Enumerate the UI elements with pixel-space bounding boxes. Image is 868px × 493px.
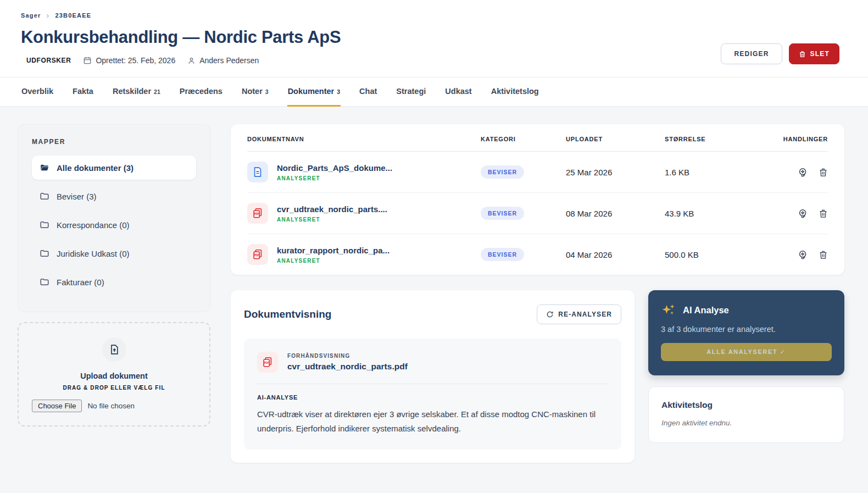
pdf-file-icon: PDF [257,352,278,373]
divider [257,384,608,384]
folder-item-fakturaer[interactable]: Fakturaer (0) [32,270,196,294]
folder-icon [40,191,49,201]
table-row[interactable]: PDF cvr_udtraek_nordic_parts.... ANALYSE… [247,193,828,234]
activity-log-empty: Ingen aktivitet endnu. [661,419,831,427]
analyzed-badge: ANALYSERET [277,175,392,181]
chevron-right-icon: › [47,11,50,20]
table-header-row: DOKUMENTNAVN KATEGORI UPLOADET STØRRELSE… [247,124,828,152]
activity-log-panel: Aktivitetslog Ingen aktivitet endnu. [648,386,844,443]
breadcrumb-root[interactable]: Sager [21,12,41,19]
tab-retskilder[interactable]: Retskilder21 [112,77,161,106]
category-badge: BEVISER [481,165,524,179]
left-sidebar: MAPPER Alle dokumenter (3) Beviser (3) K… [18,124,210,463]
role-badge: UDFORSKER [26,57,71,64]
document-name: Nordic_Parts_ApS_dokume... [277,163,392,173]
file-size: 500.0 KB [665,250,780,259]
sparkles-icon [661,303,676,317]
activity-log-title: Aktivitetslog [661,400,831,410]
folder-icon [40,220,49,230]
folders-title: MAPPER [32,138,196,146]
viewer-title: Dokumentvisning [244,308,331,320]
preview-filename: cvr_udtraek_nordic_parts.pdf [287,362,408,372]
upload-subtitle: DRAG & DROP ELLER VÆLG FIL [32,385,196,391]
uploaded-date: 25 Mar 2026 [566,168,665,177]
svg-text:PDF: PDF [254,213,259,215]
file-size: 1.6 KB [665,168,780,177]
column-header-size: STØRRELSE [665,136,780,142]
document-viewer-panel: Dokumentvisning RE-ANALYSER PDF FORHÅNDS… [231,290,635,463]
breadcrumb: Sager › 23B0EAEE [21,11,844,20]
documents-table: DOKUMENTNAVN KATEGORI UPLOADET STØRRELSE… [231,124,844,275]
table-row[interactable]: Nordic_Parts_ApS_dokume... ANALYSERET BE… [247,152,828,193]
choose-file-button[interactable]: Choose File [32,400,82,412]
ai-panel-title: AI Analyse [683,305,729,315]
refresh-icon [546,311,554,318]
delete-row-icon[interactable] [819,167,828,178]
analyze-icon[interactable] [798,250,808,260]
doc-file-icon [247,162,268,182]
person-icon [187,57,196,65]
ai-analysis-panel: AI Analyse 3 af 3 dokumenter er analyser… [648,290,844,375]
tab-udkast[interactable]: Udkast [444,77,472,106]
edit-button[interactable]: REDIGER [721,43,782,64]
category-badge: BEVISER [481,207,524,220]
document-name: kurator_rapport_nordic_pa... [277,246,390,255]
upload-title: Upload dokument [32,372,196,380]
upload-document-icon [102,337,126,362]
column-header-actions: HANDLINGER [780,136,828,142]
tab-praecedens[interactable]: Præcedens [179,77,223,106]
folder-open-icon [40,163,49,173]
case-owner: Anders Pedersen [187,56,259,65]
folder-item-alle-dokumenter[interactable]: Alle dokumenter (3) [32,156,196,180]
trash-icon [799,51,806,58]
document-name: cvr_udtraek_nordic_parts.... [277,204,387,214]
tab-chat[interactable]: Chat [359,77,377,106]
tab-dokumenter[interactable]: Dokumenter3 [287,77,341,106]
folder-item-juridiske-udkast[interactable]: Juridiske Udkast (0) [32,241,196,265]
delete-button[interactable]: SLET [789,43,839,64]
breadcrumb-case-id: 23B0EAEE [55,12,91,19]
tab-strategi[interactable]: Strategi [396,77,426,106]
table-row[interactable]: PDF kurator_rapport_nordic_pa... ANALYSE… [247,234,828,275]
delete-row-icon[interactable] [819,208,828,219]
column-header-uploaded: UPLOADET [566,136,665,142]
created-date: Oprettet: 25. Feb, 2026 [83,56,175,65]
analyze-icon[interactable] [798,208,808,219]
upload-dropzone[interactable]: Upload dokument DRAG & DROP ELLER VÆLG F… [18,322,210,426]
pdf-file-icon: PDF [247,244,268,265]
main-column: DOKUMENTNAVN KATEGORI UPLOADET STØRRELSE… [231,124,844,463]
tab-noter[interactable]: Noter3 [241,77,269,106]
folder-icon [40,277,49,287]
preview-card: PDF FORHÅNDSVISNING cvr_udtraek_nordic_p… [244,339,621,450]
folder-item-beviser[interactable]: Beviser (3) [32,184,196,208]
header-actions: REDIGER SLET [721,43,839,64]
ai-panel-status: 3 af 3 dokumenter er analyseret. [661,325,832,334]
reanalyze-button[interactable]: RE-ANALYSER [537,304,621,324]
case-header: Sager › 23B0EAEE Konkursbehandling — Nor… [0,0,868,77]
tab-fakta[interactable]: Fakta [72,77,94,106]
folders-panel: MAPPER Alle dokumenter (3) Beviser (3) K… [18,124,210,312]
svg-text:PDF: PDF [254,254,259,257]
uploaded-date: 08 Mar 2026 [566,209,665,218]
preview-label: FORHÅNDSVISNING [287,353,408,359]
tab-overblik[interactable]: Overblik [21,77,54,106]
category-badge: BEVISER [481,248,524,261]
folder-icon [40,248,49,258]
ai-analysis-label: AI-ANALYSE [257,394,608,401]
analyze-icon[interactable] [798,167,808,178]
calendar-icon [83,56,92,65]
all-analyzed-button[interactable]: ALLE ANALYSERET ✓ [661,343,832,361]
svg-text:PDF: PDF [264,362,269,364]
file-input: Choose File No file chosen [32,400,196,412]
delete-row-icon[interactable] [819,250,828,260]
pdf-file-icon: PDF [247,203,268,224]
tab-aktivitetslog[interactable]: Aktivitetslog [491,77,539,106]
analyzed-badge: ANALYSERET [277,217,387,223]
analyzed-badge: ANALYSERET [277,258,390,264]
ai-analysis-text: CVR-udtræk viser at direktøren ejer 3 øv… [257,407,608,436]
case-tabs: Overblik Fakta Retskilder21 Præcedens No… [0,77,868,107]
folder-item-korrespondance[interactable]: Korrespondance (0) [32,213,196,237]
bottom-row: Dokumentvisning RE-ANALYSER PDF FORHÅNDS… [231,290,844,463]
uploaded-date: 04 Mar 2026 [566,250,665,259]
right-rail: AI Analyse 3 af 3 dokumenter er analyser… [648,290,844,443]
